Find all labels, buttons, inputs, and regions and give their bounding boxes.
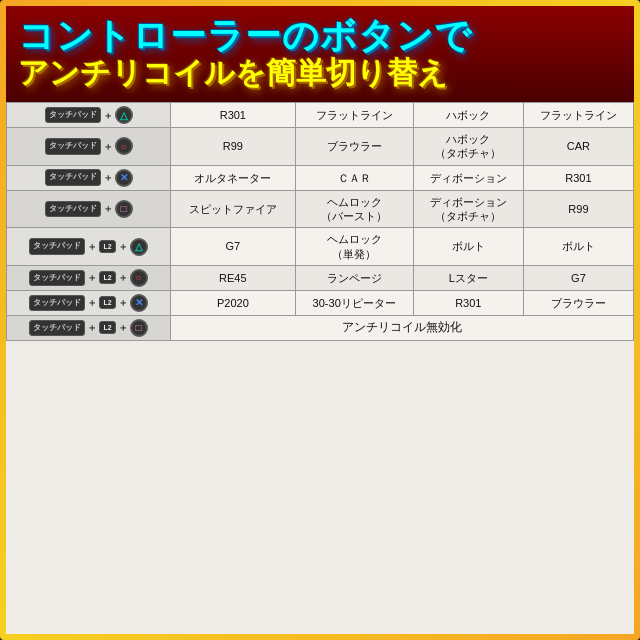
touchpad-icon: タッチパッド	[29, 270, 85, 286]
combo-cell: タッチパッド ＋ L2 ＋ ✕	[7, 290, 171, 315]
weapon1-cell: G7	[171, 228, 296, 266]
weapon2-cell: 30-30リピーター	[295, 290, 413, 315]
table-row: タッチパッド ＋ ○ R99 ブラウラー ハボック（タボチャ） CAR	[7, 128, 634, 166]
l2-icon: L2	[99, 321, 115, 334]
weapon3-cell: ディボーション	[413, 165, 523, 190]
weapon1-cell: オルタネーター	[171, 165, 296, 190]
table-row: タッチパッド ＋ L2 ＋ ○ RE45 ランページ Lスター G7	[7, 265, 634, 290]
combo-cell: タッチパッド ＋ △	[7, 103, 171, 128]
cross-icon: ✕	[130, 294, 148, 312]
weapon4-cell: フラットライン	[523, 103, 633, 128]
weapon3-cell: Lスター	[413, 265, 523, 290]
weapon3-cell: R301	[413, 290, 523, 315]
table-section: タッチパッド ＋ △ R301 フラットライン ハボック フラットライン	[6, 102, 634, 634]
weapon3-cell: ボルト	[413, 228, 523, 266]
touchpad-icon: タッチパッド	[45, 107, 101, 123]
weapon2-cell: ヘムロック（単発）	[295, 228, 413, 266]
triangle-icon: △	[130, 238, 148, 256]
cross-icon: ✕	[115, 169, 133, 187]
combo-cell: タッチパッド ＋ ✕	[7, 165, 171, 190]
square-icon: □	[115, 200, 133, 218]
square-icon: □	[130, 319, 148, 337]
title-line1: コントローラーのボタンで	[18, 16, 622, 56]
touchpad-icon: タッチパッド	[29, 320, 85, 336]
circle-icon: ○	[130, 269, 148, 287]
weapon3-cell: ハボック（タボチャ）	[413, 128, 523, 166]
touchpad-icon: タッチパッド	[29, 238, 85, 254]
weapon1-cell: P2020	[171, 290, 296, 315]
title-line2: アンチリコイルを簡単切り替え	[18, 56, 622, 91]
weapon2-cell: ブラウラー	[295, 128, 413, 166]
combo-cell: タッチパッド ＋ □	[7, 190, 171, 228]
disable-cell: アンチリコイル無効化	[171, 315, 634, 340]
weapon2-cell: ランページ	[295, 265, 413, 290]
touchpad-icon: タッチパッド	[29, 295, 85, 311]
table-row: タッチパッド ＋ L2 ＋ △ G7 ヘムロック（単発） ボルト ボルト	[7, 228, 634, 266]
weapon2-cell: ヘムロック（バースト）	[295, 190, 413, 228]
touchpad-icon: タッチパッド	[45, 169, 101, 185]
weapon1-cell: RE45	[171, 265, 296, 290]
touchpad-icon: タッチパッド	[45, 138, 101, 154]
weapon2-cell: フラットライン	[295, 103, 413, 128]
triangle-icon: △	[115, 106, 133, 124]
combo-cell: タッチパッド ＋ L2 ＋ □	[7, 315, 171, 340]
table-row: タッチパッド ＋ □ スピットファイア ヘムロック（バースト） ディボーション（…	[7, 190, 634, 228]
main-table: タッチパッド ＋ △ R301 フラットライン ハボック フラットライン	[6, 102, 634, 341]
touchpad-icon: タッチパッド	[45, 201, 101, 217]
l2-icon: L2	[99, 296, 115, 309]
inner-container: コントローラーのボタンで アンチリコイルを簡単切り替え タッチパッド ＋ △	[6, 6, 634, 634]
weapon4-cell: ブラウラー	[523, 290, 633, 315]
weapon4-cell: ボルト	[523, 228, 633, 266]
circle-icon: ○	[115, 137, 133, 155]
table-row: タッチパッド ＋ L2 ＋ ✕ P2020 30-30リピーター R301 ブラ…	[7, 290, 634, 315]
weapon1-cell: R99	[171, 128, 296, 166]
weapon4-cell: CAR	[523, 128, 633, 166]
weapon4-cell: R301	[523, 165, 633, 190]
l2-icon: L2	[99, 271, 115, 284]
table-row: タッチパッド ＋ L2 ＋ □ アンチリコイル無効化	[7, 315, 634, 340]
combo-cell: タッチパッド ＋ ○	[7, 128, 171, 166]
weapon1-cell: スピットファイア	[171, 190, 296, 228]
table-row: タッチパッド ＋ ✕ オルタネーター ＣＡＲ ディボーション R301	[7, 165, 634, 190]
weapon1-cell: R301	[171, 103, 296, 128]
outer-border: コントローラーのボタンで アンチリコイルを簡単切り替え タッチパッド ＋ △	[0, 0, 640, 640]
weapon3-cell: ディボーション（タボチャ）	[413, 190, 523, 228]
header-section: コントローラーのボタンで アンチリコイルを簡単切り替え	[6, 6, 634, 102]
l2-icon: L2	[99, 240, 115, 253]
weapon2-cell: ＣＡＲ	[295, 165, 413, 190]
table-row: タッチパッド ＋ △ R301 フラットライン ハボック フラットライン	[7, 103, 634, 128]
weapon4-cell: R99	[523, 190, 633, 228]
combo-cell: タッチパッド ＋ L2 ＋ △	[7, 228, 171, 266]
combo-cell: タッチパッド ＋ L2 ＋ ○	[7, 265, 171, 290]
weapon3-cell: ハボック	[413, 103, 523, 128]
weapon4-cell: G7	[523, 265, 633, 290]
